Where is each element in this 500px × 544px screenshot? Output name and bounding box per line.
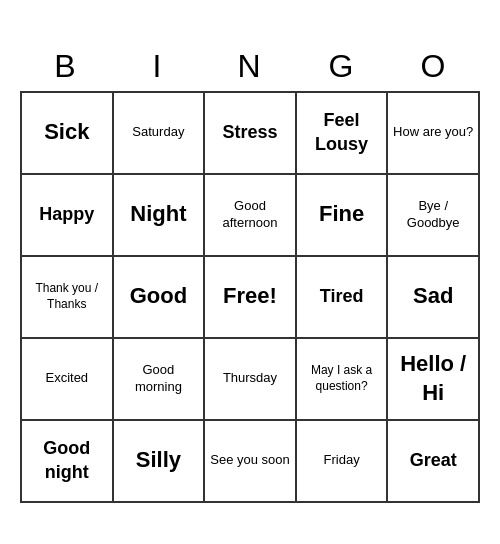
bingo-cell-15: Excited (22, 339, 114, 421)
header-letter-B: B (20, 42, 112, 91)
bingo-cell-22: See you soon (205, 421, 297, 503)
bingo-cell-21: Silly (114, 421, 206, 503)
bingo-cell-0: Sick (22, 93, 114, 175)
bingo-cell-5: Happy (22, 175, 114, 257)
header-letter-I: I (112, 42, 204, 91)
bingo-grid: SickSaturdayStressFeel LousyHow are you?… (20, 91, 480, 503)
bingo-cell-18: May I ask a question? (297, 339, 389, 421)
bingo-cell-23: Friday (297, 421, 389, 503)
bingo-cell-11: Good (114, 257, 206, 339)
bingo-cell-20: Good night (22, 421, 114, 503)
bingo-cell-10: Thank you / Thanks (22, 257, 114, 339)
bingo-cell-12: Free! (205, 257, 297, 339)
bingo-cell-24: Great (388, 421, 480, 503)
bingo-cell-6: Night (114, 175, 206, 257)
bingo-cell-2: Stress (205, 93, 297, 175)
header-letter-O: O (388, 42, 480, 91)
bingo-cell-4: How are you? (388, 93, 480, 175)
bingo-cell-8: Fine (297, 175, 389, 257)
bingo-cell-17: Thursday (205, 339, 297, 421)
bingo-cell-13: Tired (297, 257, 389, 339)
bingo-card: BINGO SickSaturdayStressFeel LousyHow ar… (10, 32, 490, 513)
bingo-cell-9: Bye / Goodbye (388, 175, 480, 257)
bingo-cell-14: Sad (388, 257, 480, 339)
bingo-cell-16: Good morning (114, 339, 206, 421)
bingo-header: BINGO (20, 42, 480, 91)
header-letter-G: G (296, 42, 388, 91)
bingo-cell-1: Saturday (114, 93, 206, 175)
bingo-cell-19: Hello / Hi (388, 339, 480, 421)
bingo-cell-3: Feel Lousy (297, 93, 389, 175)
header-letter-N: N (204, 42, 296, 91)
bingo-cell-7: Good afternoon (205, 175, 297, 257)
